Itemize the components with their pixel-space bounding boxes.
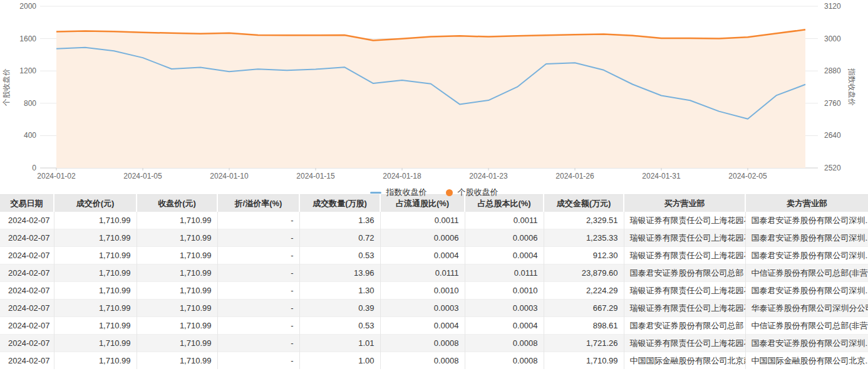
cell-7: 2,224.29 bbox=[544, 282, 624, 300]
cell-4: 0.53 bbox=[299, 317, 380, 335]
cell-0: 2024-02-07 bbox=[0, 212, 54, 229]
cell-4: 1.30 bbox=[299, 282, 380, 300]
table-row: 2024-02-071,710.991,710.99-1.300.00100.0… bbox=[0, 282, 868, 300]
cell-4: 0.72 bbox=[299, 229, 380, 247]
cell-4: 0.53 bbox=[299, 247, 380, 264]
cell-1: 1,710.99 bbox=[54, 282, 137, 300]
cell-1: 1,710.99 bbox=[54, 352, 137, 370]
table-row: 2024-02-071,710.991,710.99-0.720.00060.0… bbox=[0, 229, 868, 247]
cell-9: 华泰证券股份有限公司深圳分公司 bbox=[745, 300, 868, 317]
cell-5: 0.0008 bbox=[380, 335, 465, 352]
cell-9: 中信证券股份有限公司总部(非营... bbox=[745, 264, 868, 282]
cell-2: 1,710.99 bbox=[137, 247, 217, 264]
cell-7: 912.30 bbox=[544, 247, 624, 264]
left-axis-tick-label: 0 bbox=[32, 164, 36, 172]
cell-5: 0.0004 bbox=[380, 317, 465, 335]
cell-3: - bbox=[217, 352, 299, 370]
cell-0: 2024-02-07 bbox=[0, 352, 54, 370]
cell-3: - bbox=[217, 247, 299, 264]
right-axis-tick-label: 2880 bbox=[824, 66, 841, 75]
x-axis-tick-label: 2024-01-26 bbox=[555, 172, 594, 180]
right-axis-title: 指数收盘价 bbox=[847, 68, 856, 106]
x-axis-tick-label: 2024-01-02 bbox=[37, 172, 76, 180]
cell-4: 0.39 bbox=[299, 300, 380, 317]
cell-9: 国泰君安证券股份有限公司深圳... bbox=[745, 335, 868, 352]
cell-6: 0.0010 bbox=[465, 282, 544, 300]
cell-1: 1,710.99 bbox=[54, 229, 137, 247]
right-axis-tick-label: 2640 bbox=[824, 131, 841, 140]
cell-2: 1,710.99 bbox=[137, 282, 217, 300]
table-row: 2024-02-071,710.991,710.99-13.960.01110.… bbox=[0, 264, 868, 282]
cell-6: 0.0004 bbox=[465, 317, 544, 335]
line-series-marker-icon bbox=[370, 192, 381, 194]
cell-4: 1.00 bbox=[299, 352, 380, 370]
legend-item-stock-close[interactable]: 个股收盘价 bbox=[446, 187, 499, 198]
cell-1: 1,710.99 bbox=[54, 300, 137, 317]
cell-6: 0.0008 bbox=[465, 335, 544, 352]
cell-3: - bbox=[217, 335, 299, 352]
cell-2: 1,710.99 bbox=[137, 229, 217, 247]
cell-9: 国泰君安证券股份有限公司深圳... bbox=[745, 229, 868, 247]
table-row: 2024-02-071,710.991,710.99-1.000.00080.0… bbox=[0, 352, 868, 370]
cell-2: 1,710.99 bbox=[137, 212, 217, 229]
cell-0: 2024-02-07 bbox=[0, 335, 54, 352]
cell-1: 1,710.99 bbox=[54, 335, 137, 352]
price-comparison-chart: 0252040026408002760120028801600300020003… bbox=[0, 0, 868, 184]
cell-7: 1,710.99 bbox=[544, 352, 624, 370]
cell-3: - bbox=[217, 282, 299, 300]
left-axis-tick-label: 2000 bbox=[19, 2, 36, 11]
x-axis-tick-label: 2024-01-10 bbox=[210, 172, 249, 180]
left-axis-tick-label: 1200 bbox=[19, 66, 36, 75]
left-axis-tick-label: 1600 bbox=[19, 34, 36, 43]
left-axis-tick-label: 400 bbox=[24, 131, 36, 140]
cell-7: 667.29 bbox=[544, 300, 624, 317]
x-axis-tick-label: 2024-02-05 bbox=[728, 172, 767, 180]
cell-3: - bbox=[217, 229, 299, 247]
block-trade-panel: 0252040026408002760120028801600300020003… bbox=[0, 0, 868, 369]
cell-6: 0.0008 bbox=[465, 352, 544, 370]
cell-7: 23,879.60 bbox=[544, 264, 624, 282]
cell-0: 2024-02-07 bbox=[0, 229, 54, 247]
cell-0: 2024-02-07 bbox=[0, 247, 54, 264]
right-axis-tick-label: 3000 bbox=[824, 34, 841, 43]
left-axis-tick-label: 800 bbox=[24, 99, 36, 108]
x-axis-tick-label: 2024-01-05 bbox=[123, 172, 162, 180]
cell-6: 0.0011 bbox=[465, 212, 544, 229]
cell-9: 国泰君安证券股份有限公司深圳... bbox=[745, 212, 868, 229]
cell-0: 2024-02-07 bbox=[0, 282, 54, 300]
cell-4: 13.96 bbox=[299, 264, 380, 282]
cell-2: 1,710.99 bbox=[137, 317, 217, 335]
cell-7: 1,721.26 bbox=[544, 335, 624, 352]
cell-9: 国泰君安证券股份有限公司深圳... bbox=[745, 247, 868, 264]
cell-7: 2,329.51 bbox=[544, 212, 624, 229]
cell-5: 0.0008 bbox=[380, 352, 465, 370]
x-axis-tick-label: 2024-01-23 bbox=[469, 172, 508, 180]
cell-8: 瑞银证券有限责任公司上海花园石... bbox=[624, 282, 745, 300]
left-axis-title: 个股收盘价 bbox=[2, 68, 11, 107]
cell-3: - bbox=[217, 212, 299, 229]
cell-3: - bbox=[217, 300, 299, 317]
x-axis-tick-label: 2024-01-15 bbox=[296, 172, 335, 180]
cell-3: - bbox=[217, 264, 299, 282]
legend-label-stock-close: 个股收盘价 bbox=[458, 187, 499, 198]
cell-0: 2024-02-07 bbox=[0, 264, 54, 282]
cell-3: - bbox=[217, 317, 299, 335]
dot-series-marker-icon bbox=[446, 189, 453, 196]
cell-6: 0.0004 bbox=[465, 247, 544, 264]
cell-8: 国泰君安证券股份有限公司总部 bbox=[624, 317, 745, 335]
trade-table-body: 2024-02-071,710.991,710.99-1.360.00110.0… bbox=[0, 212, 868, 369]
x-axis-tick-label: 2024-01-31 bbox=[642, 172, 681, 180]
table-row: 2024-02-071,710.991,710.99-1.010.00080.0… bbox=[0, 335, 868, 352]
cell-8: 瑞银证券有限责任公司上海花园石... bbox=[624, 229, 745, 247]
x-axis-tick-label: 2024-01-18 bbox=[383, 172, 421, 180]
legend-item-index-close[interactable]: 指数收盘价 bbox=[370, 187, 427, 198]
cell-0: 2024-02-07 bbox=[0, 300, 54, 317]
cell-1: 1,710.99 bbox=[54, 247, 137, 264]
table-row: 2024-02-071,710.991,710.99-0.530.00040.0… bbox=[0, 247, 868, 264]
cell-8: 瑞银证券有限责任公司上海花园石... bbox=[624, 300, 745, 317]
right-axis-tick-label: 2760 bbox=[824, 99, 841, 108]
cell-8: 国泰君安证券股份有限公司总部 bbox=[624, 264, 745, 282]
legend-label-index-close: 指数收盘价 bbox=[386, 187, 427, 198]
cell-9: 国泰君安证券股份有限公司深圳... bbox=[745, 282, 868, 300]
cell-5: 0.0006 bbox=[380, 229, 465, 247]
